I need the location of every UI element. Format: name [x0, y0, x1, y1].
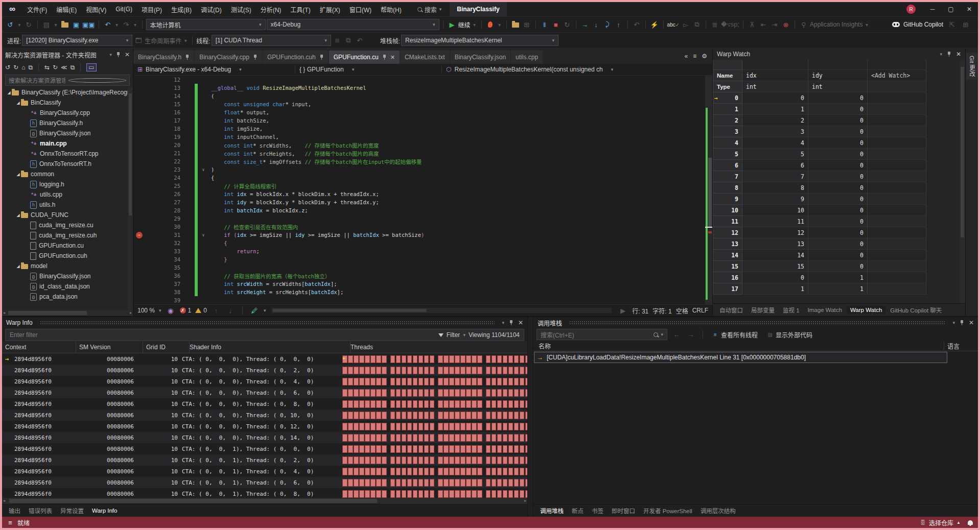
notifications-bell-icon[interactable]	[968, 520, 973, 525]
type-dropdown[interactable]: { } GPUFunction ▾	[295, 64, 441, 75]
warp-watch-row[interactable]: 660	[713, 160, 965, 171]
warp-info-row[interactable]: 2894d8956f00008000610CTA: ( 0, 0, 1), Th…	[2, 488, 527, 498]
next-issue-icon[interactable]: ↓	[225, 305, 236, 316]
new-file-icon[interactable]: ▤	[41, 19, 52, 30]
warp-info-row[interactable]: 2894d8956f00008000610CTA: ( 0, 0, 1), Th…	[2, 454, 527, 466]
bottom-panel-tab[interactable]: 调用堆栈	[536, 505, 567, 516]
eol-indicator[interactable]: CRLF	[692, 307, 708, 314]
code-line[interactable]: 26 int idx = blockIdx.x * blockDim.x + t…	[133, 190, 705, 198]
expander-icon[interactable]: ◢	[15, 264, 21, 269]
warp-watch-row[interactable]: 330	[713, 126, 965, 137]
preview-selected-icon[interactable]: ▭	[86, 63, 96, 71]
lifecycle-icon[interactable]: 🗔	[133, 35, 144, 45]
prev-issue-icon[interactable]: ↑	[211, 305, 221, 316]
document-tab[interactable]: BinaryClassify.h	[133, 51, 194, 64]
bookmark-next-icon[interactable]: ⇥	[769, 19, 780, 30]
close-icon[interactable]: ✕	[518, 319, 523, 326]
menu-item[interactable]: 窗口(W)	[345, 2, 376, 16]
code-line[interactable]: 20 const int* srcWidths, // 存储每个batch图片的…	[133, 141, 705, 149]
chevron-down-icon[interactable]: ▾	[53, 19, 59, 30]
tree-item[interactable]: ◢model	[2, 261, 133, 271]
warp-watch-row[interactable]: 770	[713, 171, 965, 182]
scrollbar-vertical[interactable]	[128, 87, 133, 309]
maximize-button[interactable]: ▢	[942, 2, 960, 16]
warp-watch-row[interactable]: 13130	[713, 238, 965, 250]
tree-item[interactable]: ⁺+main.cpp	[2, 138, 133, 149]
title-search[interactable]: 搜索 ▾	[417, 5, 442, 14]
code-line[interactable]: 22 const size_t* imgOffsets // 存储每个batch…	[133, 157, 705, 165]
pin-icon[interactable]	[960, 320, 964, 326]
code-line[interactable]: 34 }	[133, 255, 705, 263]
panel-tab[interactable]: 局部变量	[748, 305, 778, 315]
stack-frame-row[interactable]: →[CUDA]cuLibraryLoadData!ResizeImageMult…	[534, 352, 947, 363]
warp-watch-row[interactable]: 11110	[713, 216, 965, 227]
pin-icon[interactable]	[382, 55, 387, 60]
scrollbar-horizontal[interactable]	[272, 308, 612, 313]
menu-item[interactable]: 测试(S)	[226, 2, 256, 16]
document-tab[interactable]: GPUFunction.cu✕	[329, 51, 400, 64]
expander-icon[interactable]: ◢	[15, 172, 21, 177]
stack-frame-combo[interactable]: ResizeImageMultipleBatchesKernel▾	[401, 35, 558, 46]
chevron-down-icon[interactable]: ▾	[952, 320, 955, 325]
tree-item[interactable]: GPUFunction.cu	[2, 240, 133, 251]
tree-item[interactable]: {}pca_data.json	[2, 292, 133, 302]
bookmark-icon[interactable]: ⊼	[747, 19, 757, 30]
scroll-left-icon[interactable]: ◂	[3, 498, 5, 503]
close-icon[interactable]: ✕	[125, 51, 130, 58]
panel-splitter[interactable]	[527, 317, 533, 517]
bottom-panel-tab[interactable]: 输出	[5, 505, 24, 516]
sync-icon[interactable]: ⇆	[44, 64, 50, 71]
forward-icon[interactable]: ↻	[13, 64, 18, 71]
pin-icon[interactable]	[509, 320, 514, 326]
drag-handle[interactable]	[569, 321, 945, 325]
call-stack-list[interactable]: →[CUDA]cuLibraryLoadData!ResizeImageMult…	[533, 351, 978, 504]
flag-thread-icon[interactable]: ⧈	[332, 35, 342, 45]
code-map-icon[interactable]: ⚡	[649, 19, 660, 30]
minimize-button[interactable]: ─	[924, 2, 941, 16]
save-icon[interactable]: ▣	[71, 19, 81, 30]
expander-icon[interactable]: ◢	[6, 90, 12, 95]
code-line[interactable]: 21 const int* srcHeights, // 存储每个batch图片…	[133, 149, 705, 157]
code-line[interactable]: 17 int batchSize,	[133, 116, 705, 125]
thread-combo[interactable]: [1] CUDA Thread▾	[212, 35, 331, 46]
tree-item[interactable]: hBinaryClassify.h	[2, 118, 133, 128]
tree-item[interactable]: cuda_img_resize.cu	[2, 220, 133, 230]
menu-item[interactable]: Git(G)	[111, 2, 137, 16]
share-icon[interactable]: ⇱	[947, 19, 957, 30]
menu-item[interactable]: 调试(D)	[196, 2, 226, 16]
code-line[interactable]: 12	[133, 76, 705, 84]
outdent-icon[interactable]: �ናsp;	[721, 19, 739, 30]
tree-item[interactable]: ⁺+OnnxToTensorRT.cpp	[2, 149, 133, 159]
code-line[interactable]: 30 // 检查索引是否在有效范围内	[133, 223, 705, 231]
menu-item[interactable]: 文件(F)	[22, 2, 52, 16]
tree-item[interactable]: ◢BinaryClassify (E:\Project\ImageRecogni…	[2, 87, 133, 98]
menu-item[interactable]: 视图(V)	[81, 2, 111, 16]
window-list-icon[interactable]: ≡	[693, 53, 696, 60]
panel-tab[interactable]: Image Watch	[804, 306, 846, 314]
scroll-right-icon[interactable]: ▸	[130, 310, 132, 315]
warp-info-row[interactable]: →2894d8956f00008000610CTA: ( 0, 0, 0), T…	[2, 353, 527, 365]
close-icon[interactable]: ✕	[956, 51, 961, 58]
pin-icon[interactable]	[253, 55, 258, 60]
collapse-all-icon[interactable]: ≪	[61, 64, 67, 71]
code-line[interactable]: 37 int srcWidth = srcWidths[batchIdx];	[133, 280, 705, 288]
chevron-down-icon[interactable]: ▾	[502, 320, 504, 325]
github-copilot-label[interactable]: GitHub Copilot	[903, 21, 943, 28]
suspend-thread-icon[interactable]: ⧉	[343, 35, 354, 45]
search-back-icon[interactable]: ←	[671, 329, 682, 340]
app-insights-label[interactable]: Application Insights	[810, 21, 862, 28]
menu-item[interactable]: 扩展(X)	[315, 2, 345, 16]
github-copilot-icon[interactable]	[892, 22, 900, 27]
warp-info-row[interactable]: 2894d8956f00008000610CTA: ( 0, 0, 0), Th…	[2, 432, 527, 443]
code-line[interactable]: 27 int idy = blockIdx.y * blockDim.y + t…	[133, 198, 705, 206]
menu-item[interactable]: 分析(N)	[256, 2, 286, 16]
tree-item[interactable]: ◢common	[2, 169, 133, 179]
code-line[interactable]: 28 int batchIdx = blockIdx.z;	[133, 206, 705, 214]
menu-item[interactable]: 工具(T)	[286, 2, 315, 16]
code-line[interactable]: 32 {	[133, 239, 705, 247]
bookmark-prev-icon[interactable]: ⇤	[758, 19, 768, 30]
bookmark-clear-icon[interactable]: ⊗	[781, 19, 791, 30]
browse-icon[interactable]	[510, 19, 521, 30]
bottom-panel-tab[interactable]: Warp Info	[88, 507, 121, 515]
feedback-icon[interactable]: ⊞	[961, 19, 971, 30]
